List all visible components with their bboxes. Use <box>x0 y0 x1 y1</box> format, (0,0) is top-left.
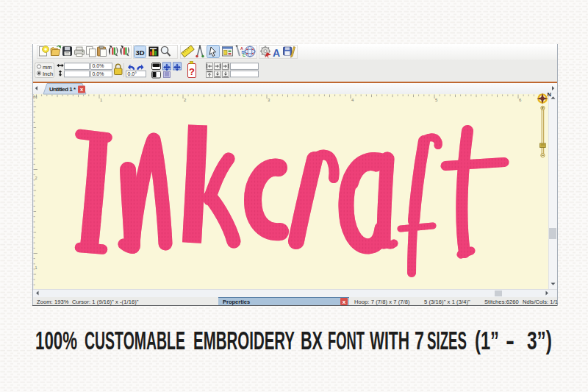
svg-text:2: 2 <box>35 176 37 180</box>
svg-text:7: 7 <box>415 326 424 355</box>
svg-text:Inch: Inch <box>43 71 53 77</box>
svg-text:EMBROIDERY: EMBROIDERY <box>193 326 295 355</box>
svg-text:BX: BX <box>301 326 323 355</box>
svg-text:1: 1 <box>35 266 37 270</box>
svg-text:WITH: WITH <box>370 326 409 355</box>
svg-text:CUSTOMABLE: CUSTOMABLE <box>85 326 185 355</box>
svg-text:3: 3 <box>268 98 270 102</box>
svg-text:(1”: (1” <box>475 326 499 355</box>
svg-text:0.0%: 0.0% <box>93 71 104 76</box>
svg-text:FONT: FONT <box>328 326 365 355</box>
svg-text:0.0%: 0.0% <box>93 63 104 68</box>
svg-text:0.0°: 0.0° <box>128 71 137 76</box>
svg-text:SIZES: SIZES <box>427 326 467 355</box>
svg-text:4: 4 <box>351 98 354 102</box>
svg-text:3D: 3D <box>135 49 144 57</box>
svg-text:x: x <box>343 299 346 305</box>
svg-text:6: 6 <box>519 98 522 102</box>
svg-text:1: 1 <box>100 98 103 102</box>
svg-text:2: 2 <box>184 98 187 102</box>
svg-text:IN: IN <box>33 95 37 99</box>
svg-text:100%: 100% <box>35 326 77 355</box>
svg-text:?: ? <box>189 66 195 77</box>
svg-text:N: N <box>548 91 551 98</box>
svg-text:A: A <box>273 47 280 59</box>
svg-text:-: - <box>506 326 514 355</box>
svg-text:5: 5 <box>435 98 438 102</box>
svg-text:Untitled 1 *: Untitled 1 * <box>49 86 76 93</box>
svg-text:mm: mm <box>43 64 52 71</box>
svg-text:3”): 3”) <box>527 326 552 355</box>
